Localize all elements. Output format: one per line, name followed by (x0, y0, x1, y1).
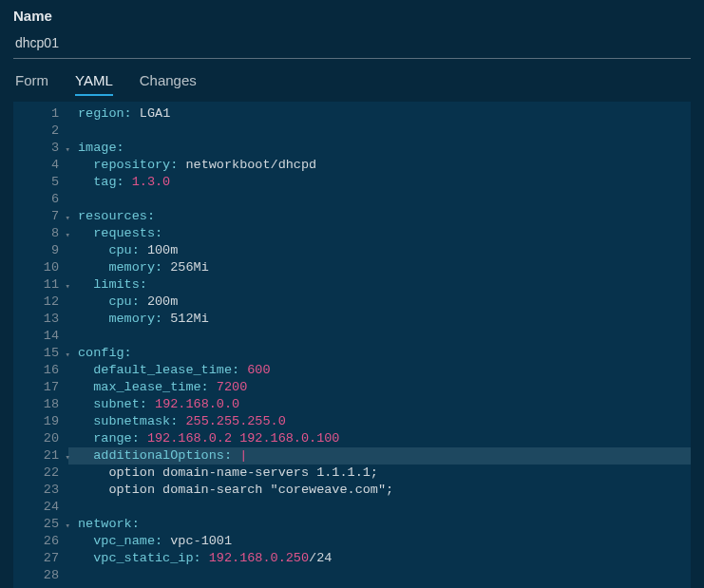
tabs: Form YAML Changes (13, 72, 691, 96)
editor-code[interactable]: region: LGA1 image: repository: networkb… (68, 102, 691, 588)
editor-gutter: 1 2 3 4 5 6 7 8 9 10 11 12 13 14 15 16 1… (13, 102, 68, 588)
tab-form[interactable]: Form (15, 72, 48, 96)
yaml-editor[interactable]: 1 2 3 4 5 6 7 8 9 10 11 12 13 14 15 16 1… (13, 102, 691, 588)
tab-changes[interactable]: Changes (140, 72, 197, 96)
tab-yaml[interactable]: YAML (75, 72, 113, 96)
name-input[interactable] (13, 29, 691, 59)
name-label: Name (13, 8, 691, 24)
